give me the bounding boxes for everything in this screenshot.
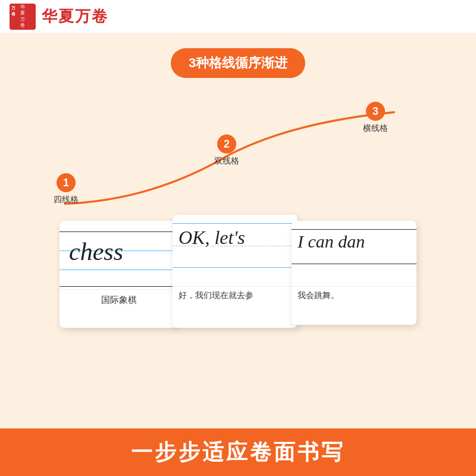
cards-area: chess 国际象棋 OK, let's 好，我们现在就去参 — [18, 215, 458, 328]
four-line-content: chess — [60, 221, 178, 289]
card-hline: I can dan 我会跳舞。 — [292, 221, 416, 325]
card3-translation: 我会跳舞。 — [292, 286, 416, 305]
double-line-content: OK, let's — [173, 215, 298, 286]
card1-translation: 国际象棋 — [60, 289, 178, 311]
step-2-label: 双线格 — [214, 156, 239, 167]
step-1-label: 四线格 — [54, 195, 79, 205]
step-3-circle: 3 — [366, 102, 385, 121]
step-3-label: 横线格 — [363, 123, 388, 134]
header: 华夏万卷 万卷 华夏万卷 — [0, 0, 476, 33]
main-content: 3种格线循序渐进 1 四线格 2 双线格 — [0, 33, 476, 416]
content-wrapper: 3种格线循序渐进 1 四线格 2 双线格 — [0, 33, 476, 476]
bottom-banner: 一步步适应卷面书写 — [0, 428, 476, 476]
card3-sentence: I can dan — [298, 231, 365, 252]
card-four-line: chess 国际象棋 — [60, 221, 178, 328]
step-2-circle: 2 — [217, 134, 236, 154]
card2-phrase: OK, let's — [178, 227, 245, 249]
bottom-text: 一步步适应卷面书写 — [131, 438, 345, 467]
title-badge: 3种格线循序渐进 — [171, 48, 305, 78]
hline-content: I can dan — [292, 221, 416, 286]
card-double-line: OK, let's 好，我们现在就去参 — [173, 215, 298, 328]
step-1: 1 四线格 — [54, 173, 79, 205]
progress-area: 1 四线格 2 双线格 3 横线格 — [30, 96, 446, 227]
brand-name: 华夏万卷 — [42, 6, 108, 27]
title-row: 3种格线循序渐进 — [18, 48, 458, 78]
step-2: 2 双线格 — [214, 134, 239, 167]
card2-translation: 好，我们现在就去参 — [173, 286, 298, 305]
step-1-circle: 1 — [57, 173, 76, 192]
step-3: 3 横线格 — [363, 102, 388, 134]
logo-icon: 华夏万卷 万卷 — [10, 4, 36, 30]
card1-word: chess — [69, 237, 123, 266]
